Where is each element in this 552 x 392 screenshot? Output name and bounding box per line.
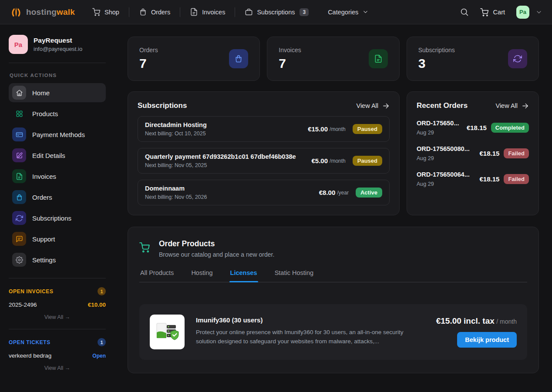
nav-item-orders[interactable]: Orders [135,5,174,19]
stat-label: Subscriptions [418,47,455,54]
tab-all-products[interactable]: All Products [139,269,175,282]
sidebar-item-support[interactable]: Support [9,229,106,248]
profile-email: info@payrequest.io [34,46,82,52]
credit-card-icon [12,127,26,141]
search-icon[interactable] [460,7,469,17]
primary-nav: Shop Orders Invoices Subscriptions 3 Cat… [89,5,372,19]
sidebar-item-invoices[interactable]: Invoices [9,167,106,186]
product-name: Imunify360 (30 users) [196,316,425,324]
panel-title: Recent Orders [417,101,468,110]
shopping-bag-icon [139,8,147,16]
subscription-row[interactable]: Quarterly payment 67d93262b1c01 67dbef46… [138,148,390,174]
subscription-price: €15.00 [308,125,328,133]
subscription-row[interactable]: Directadmin Hosting Next billing: Oct 10… [138,116,390,142]
brand-name: hostingwalk [26,7,75,17]
cart-icon [139,242,150,253]
stat-card-orders: Orders 7 [128,37,260,81]
tab-hosting[interactable]: Hosting [190,269,213,282]
product-description: Protect your online presence with Imunif… [196,328,425,346]
sidebar-item-label: Orders [32,194,52,201]
sidebar-item-home[interactable]: Home [9,83,106,102]
hostingwalk-flame-icon [10,6,23,19]
open-invoices-count-badge: 1 [98,287,106,295]
view-all-label: View All [356,102,378,109]
sidebar-item-products[interactable]: Products [9,104,106,123]
sidebar-item-label: Support [32,235,55,243]
sidebar-item-edit-details[interactable]: Edit Details [9,146,106,165]
order-amount: €18.15 [480,175,500,183]
stat-label: Invoices [279,47,301,54]
view-product-button[interactable]: Bekijk product [457,332,517,348]
invoice-document-icon [190,8,198,16]
sidebar-item-orders[interactable]: Orders [9,188,106,207]
stat-card-invoices: Invoices 7 [267,37,399,81]
status-badge: Active [356,188,382,198]
status-badge: Completed [491,123,529,133]
subscription-price: €8.00 [319,189,336,196]
invoices-view-all-link[interactable]: View All → [9,314,106,320]
open-invoice-row[interactable]: 2025-2496 €10.00 [9,302,106,308]
subscriptions-count-badge: 3 [300,8,309,16]
sidebar-item-label: Products [32,110,58,117]
arrow-right-icon [522,102,529,110]
subscriptions-view-all-button[interactable]: View All [356,102,390,110]
quick-actions-label: QUICK ACTIONS [10,73,106,78]
order-amount: €18.15 [467,124,487,131]
order-row[interactable]: ORD-175650064... Aug 29 €18.15 Failed [417,171,529,187]
product-image [150,315,185,349]
order-date: Aug 29 [417,181,480,187]
tab-static-hosting[interactable]: Static Hosting [274,269,314,282]
tab-licenses[interactable]: Licenses [229,269,258,282]
chevron-down-icon[interactable] [535,9,542,16]
nav-item-shop[interactable]: Shop [89,5,123,19]
order-row[interactable]: ORD-175650080... Aug 29 €18.15 Failed [417,145,529,161]
refresh-icon [508,49,527,68]
sidebar: Pa PayRequest info@payrequest.io QUICK A… [0,24,114,392]
cart-icon [480,8,489,17]
tickets-view-all-link[interactable]: View All → [9,365,106,371]
nav-label: Invoices [202,9,225,16]
order-row[interactable]: ORD-175650... Aug 29 €18.15 Completed [417,120,529,136]
edit-pencil-icon [12,148,26,162]
open-ticket-row[interactable]: verkeerd bedrag Open [9,352,106,359]
subscription-row[interactable]: Domeinnaam Next billing: Nov 05, 2026 €8… [138,180,390,205]
nav-item-subscriptions[interactable]: Subscriptions 3 [241,5,312,19]
sidebar-item-subscriptions[interactable]: Subscriptions [9,208,106,228]
order-id: ORD-175650... [417,120,467,127]
user-avatar[interactable]: Pa [516,6,529,19]
open-tickets-title: OPEN TICKETS [9,339,50,345]
order-products-subtitle: Browse our catalog and place a new order… [159,251,274,258]
sidebar-item-settings[interactable]: Settings [9,250,106,269]
divider [9,329,106,329]
shopping-bag-icon [229,49,248,68]
sidebar-item-payment-methods[interactable]: Payment Methods [9,125,106,144]
view-all-label: View All [495,102,518,109]
subscription-name: Directadmin Hosting [145,121,207,128]
cart-button[interactable]: Cart [480,8,505,17]
order-date: Aug 29 [417,155,480,161]
nav-divider [129,7,129,17]
ticket-title: verkeerd bedrag [9,352,51,359]
home-icon [12,86,26,100]
nav-item-invoices[interactable]: Invoices [186,5,229,19]
product-tabs: All Products Hosting Licenses Static Hos… [139,269,527,282]
main-content: Orders 7 Invoices 7 Subscriptions [114,24,552,392]
subscription-period: /year [337,190,349,196]
product-price: €15.00 incl. tax [436,316,495,325]
subscription-next-billing: Next billing: Nov 05, 2026 [145,194,207,200]
sidebar-item-label: Payment Methods [32,131,85,138]
subscription-period: /month [330,158,346,164]
status-badge: Paused [353,156,382,166]
product-card: Imunify360 (30 users) Protect your onlin… [139,304,527,360]
product-price-period: / month [496,318,517,325]
stat-value: 7 [139,56,158,71]
sidebar-item-label: Home [32,89,50,97]
nav-right-cluster: Cart Pa [460,6,542,19]
divider [9,63,106,63]
brand-logo[interactable]: hostingwalk [10,6,75,19]
cart-label: Cart [493,9,505,16]
order-id: ORD-175650064... [417,171,480,178]
orders-view-all-button[interactable]: View All [495,102,529,110]
nav-label: Categories [328,9,358,16]
nav-item-categories[interactable]: Categories [324,6,372,18]
